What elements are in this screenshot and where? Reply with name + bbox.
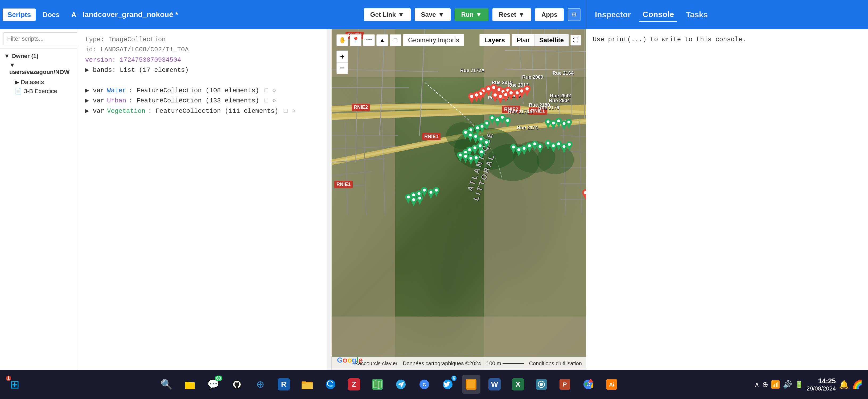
chevron-up-icon[interactable]: ∧ (754, 380, 760, 389)
taskbar-powerpoint[interactable]: P (556, 375, 574, 394)
svg-point-140 (552, 144, 555, 147)
tree-user-label[interactable]: ▼ users/vazagoun/NOW (9, 62, 73, 75)
plan-button[interactable]: Plan (512, 34, 534, 46)
wifi-icon[interactable]: 📶 (771, 380, 780, 389)
scale-bar: 100 m (486, 360, 524, 367)
satellite-button[interactable]: Satellite (534, 34, 569, 46)
svg-point-130 (523, 147, 526, 150)
svg-line-2 (355, 29, 358, 162)
svg-marker-182 (373, 380, 381, 389)
rect-tool-button[interactable]: □ (390, 34, 401, 46)
taskbar-twitter[interactable]: 6 (438, 375, 457, 394)
notification-icon[interactable]: 🔔 (839, 380, 849, 389)
taskbar-excel[interactable]: X (509, 375, 527, 394)
tab-scripts[interactable]: Scripts (3, 8, 36, 21)
svg-point-42 (487, 87, 490, 91)
svg-point-128 (518, 148, 520, 151)
app1-icon: ⊕ (256, 379, 264, 390)
svg-point-106 (485, 141, 488, 144)
taskbar-chrome[interactable] (579, 375, 597, 394)
svg-point-120 (469, 157, 472, 160)
volume-icon[interactable]: 🔊 (783, 380, 792, 389)
tab-inspector[interactable]: Inspector (592, 8, 634, 21)
taskbar-active-app[interactable] (462, 375, 480, 394)
code-line-4: ▶ bands: List (17 elements) (85, 65, 323, 75)
taskbar-edge[interactable] (321, 375, 340, 394)
file-explorer-icon (185, 379, 195, 390)
network-icon[interactable]: ⊕ (762, 380, 768, 389)
tab-docs[interactable]: Docs (38, 8, 64, 21)
taskbar-file-explorer[interactable] (181, 375, 199, 394)
taskbar-telegram[interactable] (392, 375, 410, 394)
point-tool-button[interactable]: 📍 (350, 34, 362, 46)
svg-line-25 (579, 121, 582, 215)
taskbar-app1[interactable]: ⊕ (251, 375, 270, 394)
reset-button[interactable]: Reset ▼ (492, 8, 531, 21)
tree-datasets[interactable]: ▶ Datasets (14, 78, 73, 87)
tab-tasks[interactable]: Tasks (682, 8, 711, 21)
terms-text[interactable]: Conditions d'utilisation (529, 360, 582, 367)
map-area[interactable]: RNIE2 RNIE2 RNIE1 RNIE1 RNIE1 RNIE2 RNIE… (332, 29, 586, 370)
svg-line-29 (561, 136, 586, 138)
settings-button[interactable]: ⚙ (568, 8, 581, 21)
tab-console[interactable]: Console (639, 8, 677, 22)
taskbar-word[interactable]: W (485, 375, 504, 394)
zoom-in-button[interactable]: + (336, 51, 348, 62)
zoom-out-button[interactable]: − (336, 62, 348, 74)
geometry-imports-label[interactable]: Geometry Imports (403, 34, 464, 46)
taskbar-clock[interactable]: 14:25 29/08/2024 (807, 377, 836, 392)
console-hint-text: Use print(...) to write to this console. (593, 36, 746, 43)
svg-point-90 (486, 122, 489, 125)
line-tool-button[interactable]: 〰 (363, 34, 375, 46)
left-sidebar: NEW ▼ ↻ 🗑 ▼ Owner (1) ▼ users/vazagoun/N… (0, 29, 77, 370)
taskbar-github[interactable] (227, 375, 246, 394)
fullscreen-button[interactable]: ⛶ (570, 35, 581, 45)
road-label-rnie1-bottom: RNIE1 (334, 181, 353, 188)
get-link-button[interactable]: Get Link ▼ (364, 8, 411, 21)
notification-badge: 1 (6, 375, 11, 381)
svg-point-170 (412, 198, 415, 201)
battery-icon[interactable]: 🔋 (795, 380, 803, 389)
map-zoom-controls: + − (336, 51, 348, 74)
taskbar-maps[interactable] (368, 375, 387, 394)
run-button[interactable]: Run ▼ (455, 8, 488, 21)
active-app-icon (466, 379, 476, 390)
search-input[interactable] (3, 32, 84, 45)
taskbar-folder[interactable] (298, 375, 316, 394)
editor-bar: landcover_grand_nokoué * Get Link ▼ Save… (77, 0, 586, 29)
taskbar-center: 🔍 💬 63 ⊕ R (29, 375, 749, 394)
road-label-rnie2-left: RNIE2 (352, 104, 370, 111)
rstudio-icon: R (278, 378, 290, 391)
save-dropdown-icon: ▼ (438, 11, 444, 19)
gee-icon: G (419, 379, 430, 390)
windows-start-button[interactable]: ⊞ 1 (5, 375, 24, 394)
svg-point-142 (557, 142, 560, 145)
top-bar: Scripts Docs Assets landcover_grand_noko… (0, 0, 868, 29)
road-name-2164: Rue 2164 (553, 70, 574, 76)
tree-file[interactable]: 📄 3-B Exercice (14, 87, 73, 96)
svg-point-138 (547, 141, 550, 144)
taskbar-design[interactable]: Ai (602, 375, 621, 394)
polygon-tool-button[interactable]: ▲ (376, 34, 388, 46)
hand-tool-button[interactable]: ✋ (336, 34, 348, 46)
apps-button[interactable]: Apps (535, 8, 564, 21)
triangle-icon-user: ▼ (9, 62, 15, 68)
save-button[interactable]: Save ▼ (415, 8, 451, 21)
code-area[interactable]: type: ImageCollection id: LANDSAT/LC08/C… (77, 29, 331, 370)
svg-point-172 (418, 197, 421, 199)
layers-button[interactable]: Layers (479, 34, 510, 46)
taskbar-whatsapp[interactable]: 💬 63 (204, 375, 223, 394)
taskbar-left: ⊞ 1 (5, 375, 24, 394)
taskbar-search[interactable]: 🔍 (157, 375, 176, 394)
windows-rainbow-icon[interactable]: 🌈 (852, 379, 863, 390)
taskbar-rstudio[interactable]: R (274, 375, 293, 394)
svg-point-134 (533, 142, 536, 145)
taskbar-gee[interactable]: G (415, 375, 434, 394)
code-scrollbar[interactable] (327, 29, 331, 370)
svg-point-56 (499, 95, 502, 98)
taskbar-arcgis[interactable] (532, 375, 551, 394)
green-pin-28 (537, 143, 544, 154)
taskbar-zotero[interactable]: Z (345, 375, 363, 394)
copyright-text: Données cartographiques ©2024 (403, 360, 481, 367)
clock-date: 29/08/2024 (807, 385, 836, 392)
